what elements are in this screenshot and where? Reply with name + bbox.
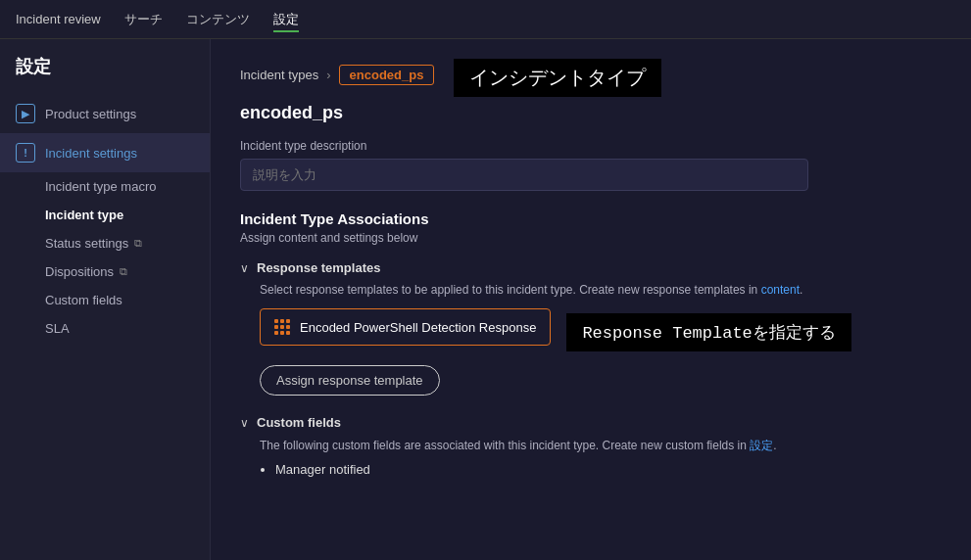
breadcrumb-current: encoded_ps — [339, 65, 435, 85]
assign-response-template-button[interactable]: Assign response template — [260, 365, 440, 396]
sidebar-item-label: Product settings — [45, 107, 136, 121]
template-card-label: Encoded PowerShell Detection Response — [300, 320, 536, 335]
sidebar: 設定 ▶ Product settings ! Incident setting… — [0, 39, 211, 560]
custom-fields-section: ∨ Custom fields The following custom fie… — [240, 415, 942, 477]
annotation-incident-type: インシデントタイプ — [454, 59, 661, 97]
custom-fields-desc-text: The following custom fields are associat… — [260, 439, 747, 452]
main-content: Incident types › encoded_ps インシデントタイプ en… — [211, 39, 971, 560]
sidebar-title: 設定 — [0, 55, 210, 94]
custom-fields-title: Custom fields — [257, 415, 341, 430]
breadcrumb: Incident types › encoded_ps — [240, 65, 434, 85]
sidebar-sub-item-status[interactable]: Status settings ⧉ — [0, 229, 210, 257]
dispositions-label: Dispositions — [45, 264, 114, 279]
external-link-icon: ⧉ — [134, 237, 142, 250]
top-nav: Incident review サーチ コンテンツ 設定 — [0, 0, 971, 39]
chevron-down-icon: ∨ — [240, 261, 249, 275]
field-list: Manager notified — [240, 462, 942, 477]
breadcrumb-separator: › — [326, 68, 330, 82]
nav-search[interactable]: サーチ — [124, 7, 163, 32]
sidebar-item-product-settings[interactable]: ▶ Product settings — [0, 94, 210, 133]
sidebar-sub-item-macro[interactable]: Incident type macro — [0, 172, 210, 201]
sidebar-sub-item-dispositions[interactable]: Dispositions ⧉ — [0, 257, 210, 286]
template-card-drag-icon — [274, 319, 290, 335]
status-settings-label: Status settings — [45, 236, 128, 251]
associations-title: Incident Type Associations — [240, 210, 942, 227]
form-desc-label: Incident type description — [240, 139, 942, 153]
sidebar-item-incident-settings[interactable]: ! Incident settings — [0, 133, 210, 172]
section-header-custom: ∨ Custom fields — [240, 415, 942, 430]
nav-incident-review[interactable]: Incident review — [16, 8, 101, 30]
sidebar-sub-item-incident-type[interactable]: Incident type — [0, 201, 210, 229]
incident-type-description-input[interactable] — [240, 159, 808, 191]
list-item: Manager notified — [275, 462, 942, 477]
response-templates-title: Response templates — [257, 260, 380, 275]
external-link-icon-2: ⧉ — [120, 265, 127, 278]
sidebar-sub-item-custom-fields[interactable]: Custom fields — [0, 286, 210, 314]
page-title: encoded_ps — [240, 103, 942, 123]
product-settings-icon: ▶ — [16, 104, 35, 123]
nav-settings[interactable]: 設定 — [273, 7, 299, 32]
section-header-response: ∨ Response templates — [240, 260, 942, 275]
associations-subtitle: Assign content and settings below — [240, 231, 942, 245]
incident-settings-icon: ! — [16, 143, 35, 163]
template-card[interactable]: Encoded PowerShell Detection Response — [260, 308, 551, 346]
sidebar-sub-item-sla[interactable]: SLA — [0, 314, 210, 343]
custom-fields-desc: The following custom fields are associat… — [240, 438, 942, 454]
response-templates-desc-text: Select response templates to be applied … — [260, 283, 757, 297]
sidebar-item-label: Incident settings — [45, 146, 137, 161]
response-templates-desc: Select response templates to be applied … — [240, 283, 942, 297]
template-row: Encoded PowerShell Detection Response Re… — [240, 308, 942, 355]
nav-content[interactable]: コンテンツ — [186, 7, 250, 32]
main-layout: 設定 ▶ Product settings ! Incident setting… — [0, 39, 971, 560]
response-templates-section: ∨ Response templates Select response tem… — [240, 260, 942, 396]
annotation-response-template: Response Templateを指定する — [566, 313, 850, 351]
response-templates-content-link[interactable]: content — [761, 283, 800, 297]
breadcrumb-row: Incident types › encoded_ps インシデントタイプ — [240, 59, 942, 97]
chevron-down-icon-2: ∨ — [240, 416, 249, 430]
breadcrumb-link[interactable]: Incident types — [240, 68, 318, 82]
custom-fields-settings-link[interactable]: 設定 — [750, 439, 773, 452]
